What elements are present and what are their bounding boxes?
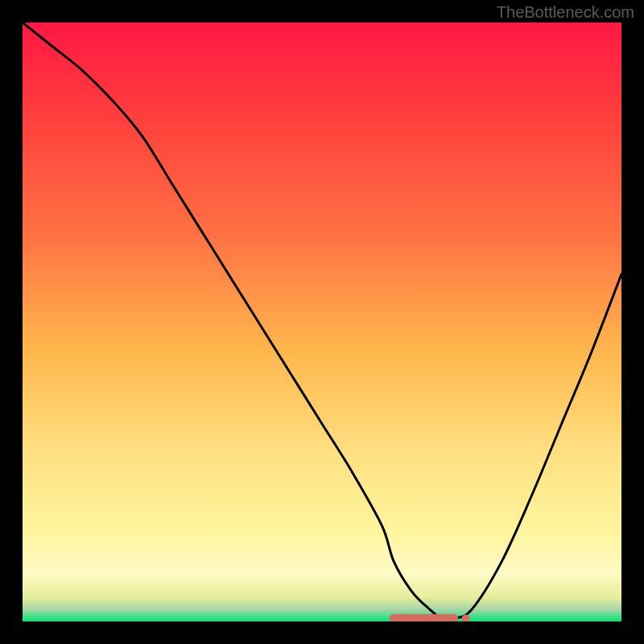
chart-container: TheBottleneck.com <box>0 0 644 644</box>
svg-point-2 <box>462 614 470 622</box>
bottleneck-chart <box>0 0 644 644</box>
watermark-text: TheBottleneck.com <box>497 3 634 22</box>
svg-rect-0 <box>23 23 621 621</box>
